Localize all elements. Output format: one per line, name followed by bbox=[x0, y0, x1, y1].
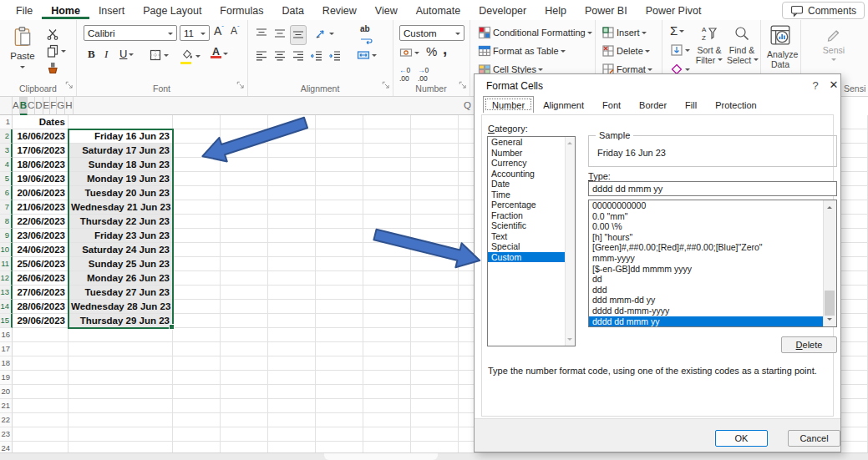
format-code-item[interactable]: [Green]#,##0.00;[Red]#,##0.00;[Blue]"Zer… bbox=[589, 242, 824, 253]
find-select-button[interactable]: Find & Select bbox=[727, 25, 757, 65]
cell-empty[interactable] bbox=[173, 328, 221, 342]
row-header[interactable]: 22 bbox=[0, 413, 13, 427]
cell-empty[interactable] bbox=[316, 427, 363, 442]
font-color-button[interactable]: A bbox=[211, 48, 228, 58]
analyze-data-button[interactable]: Analyze Data bbox=[767, 24, 794, 69]
copy-button[interactable] bbox=[46, 44, 66, 58]
menu-tab[interactable]: File bbox=[7, 2, 42, 19]
menu-tab[interactable]: Data bbox=[272, 2, 312, 19]
cell-empty[interactable] bbox=[221, 257, 268, 271]
dialog-close-button[interactable]: ✕ bbox=[826, 78, 841, 91]
clipboard-dialog-launcher[interactable] bbox=[65, 78, 74, 93]
menu-tab[interactable]: Home bbox=[42, 2, 89, 19]
format-list-scrollbar[interactable] bbox=[823, 200, 836, 326]
scrollbar-thumb[interactable] bbox=[825, 291, 835, 316]
row-header[interactable]: 9 bbox=[0, 229, 13, 243]
cell-b[interactable]: Tuesday 27 Jun 23 bbox=[69, 286, 173, 300]
decrease-decimal-button[interactable]: →0.00 bbox=[418, 66, 429, 83]
row-header[interactable]: 16 bbox=[0, 328, 13, 342]
cell-empty[interactable] bbox=[363, 300, 411, 314]
dialog-tab[interactable]: Number bbox=[483, 96, 534, 113]
cell-empty[interactable] bbox=[221, 371, 268, 385]
cell-empty[interactable] bbox=[316, 286, 363, 300]
cell-a[interactable]: 25/06/2023 bbox=[13, 257, 69, 271]
cell-empty[interactable] bbox=[363, 243, 411, 257]
cell-empty[interactable] bbox=[839, 413, 868, 427]
cell-empty[interactable] bbox=[221, 356, 268, 371]
cell-empty[interactable] bbox=[411, 158, 459, 172]
cell-empty[interactable] bbox=[221, 215, 268, 229]
cell-empty[interactable] bbox=[221, 314, 268, 328]
cell-empty[interactable] bbox=[839, 300, 868, 314]
cell-empty[interactable] bbox=[221, 200, 268, 215]
cell-a[interactable] bbox=[13, 427, 69, 442]
column-header[interactable]: H bbox=[65, 96, 73, 115]
cell-b[interactable] bbox=[69, 413, 173, 427]
grow-font-button[interactable]: Aˆ bbox=[214, 24, 224, 38]
cell-empty[interactable] bbox=[411, 243, 459, 257]
cell-empty[interactable] bbox=[411, 399, 459, 413]
category-item[interactable]: Text bbox=[488, 231, 565, 242]
cell-empty[interactable] bbox=[268, 399, 316, 413]
cell-empty[interactable] bbox=[363, 314, 411, 328]
cell-empty[interactable] bbox=[839, 158, 868, 172]
cell-empty[interactable] bbox=[411, 413, 459, 427]
cell-empty[interactable] bbox=[839, 129, 868, 144]
row-header[interactable]: 12 bbox=[0, 271, 13, 286]
cell-empty[interactable] bbox=[268, 229, 316, 243]
category-item[interactable]: Percentage bbox=[488, 200, 565, 210]
cell-empty[interactable] bbox=[839, 385, 868, 399]
row-header[interactable]: 10 bbox=[0, 243, 13, 257]
cell-empty[interactable] bbox=[363, 328, 411, 342]
type-input[interactable]: dddd dd mmm yy bbox=[588, 181, 837, 196]
cell-empty[interactable] bbox=[363, 286, 411, 300]
cell-empty[interactable] bbox=[411, 186, 459, 200]
cell-empty[interactable] bbox=[221, 385, 268, 399]
cell-b[interactable] bbox=[69, 427, 173, 442]
cell-empty[interactable] bbox=[316, 399, 363, 413]
column-header[interactable]: A bbox=[13, 96, 20, 115]
row-header[interactable]: 8 bbox=[0, 215, 13, 229]
cell-a[interactable]: 20/06/2023 bbox=[13, 186, 69, 200]
cell-empty[interactable] bbox=[221, 399, 268, 413]
cell-empty[interactable] bbox=[411, 371, 459, 385]
column-header[interactable]: C bbox=[28, 96, 35, 115]
dialog-tab[interactable]: Fill bbox=[676, 96, 706, 113]
cell-b[interactable]: Sunday 18 Jun 23 bbox=[69, 158, 173, 172]
align-left-button[interactable] bbox=[255, 49, 268, 66]
cell-empty[interactable] bbox=[268, 328, 316, 342]
cell-empty[interactable] bbox=[268, 356, 316, 371]
cell-empty[interactable] bbox=[316, 328, 363, 342]
row-header[interactable]: 1 bbox=[0, 115, 13, 129]
format-painter-button[interactable] bbox=[46, 62, 59, 78]
cell-empty[interactable] bbox=[221, 229, 268, 243]
cell-empty[interactable] bbox=[411, 257, 459, 271]
menu-tab[interactable]: Automate bbox=[407, 2, 470, 19]
conditional-formatting-button[interactable]: Conditional Formatting bbox=[478, 26, 592, 39]
cell-a[interactable] bbox=[13, 413, 69, 427]
column-header[interactable]: G bbox=[57, 96, 65, 115]
cell-empty[interactable] bbox=[173, 385, 221, 399]
cell-b[interactable] bbox=[69, 328, 173, 342]
cell-empty[interactable] bbox=[173, 342, 221, 356]
menu-tab[interactable]: Help bbox=[536, 2, 576, 19]
cell-empty[interactable] bbox=[268, 286, 316, 300]
category-item[interactable]: Scientific bbox=[488, 220, 565, 231]
cell-empty[interactable] bbox=[268, 158, 316, 172]
category-item[interactable]: Special bbox=[488, 241, 565, 252]
category-item[interactable]: Currency bbox=[488, 158, 565, 169]
dialog-tab[interactable]: Alignment bbox=[534, 96, 593, 113]
row-header[interactable]: 2 bbox=[0, 129, 13, 144]
category-item[interactable]: Accounting bbox=[488, 169, 565, 179]
fill-button[interactable] bbox=[670, 43, 690, 57]
row-header[interactable]: 15 bbox=[0, 314, 13, 328]
cell-a[interactable]: 22/06/2023 bbox=[13, 215, 69, 229]
format-code-item[interactable]: dddd dd mmm yy bbox=[589, 316, 824, 327]
autosum-button[interactable]: Σ bbox=[670, 23, 684, 38]
cell-empty[interactable] bbox=[839, 257, 868, 271]
cell-b[interactable] bbox=[69, 356, 173, 371]
cell-a[interactable] bbox=[13, 399, 69, 413]
row-header[interactable]: 6 bbox=[0, 186, 13, 200]
category-item[interactable]: Custom bbox=[488, 252, 565, 263]
column-header[interactable]: E bbox=[43, 96, 51, 115]
